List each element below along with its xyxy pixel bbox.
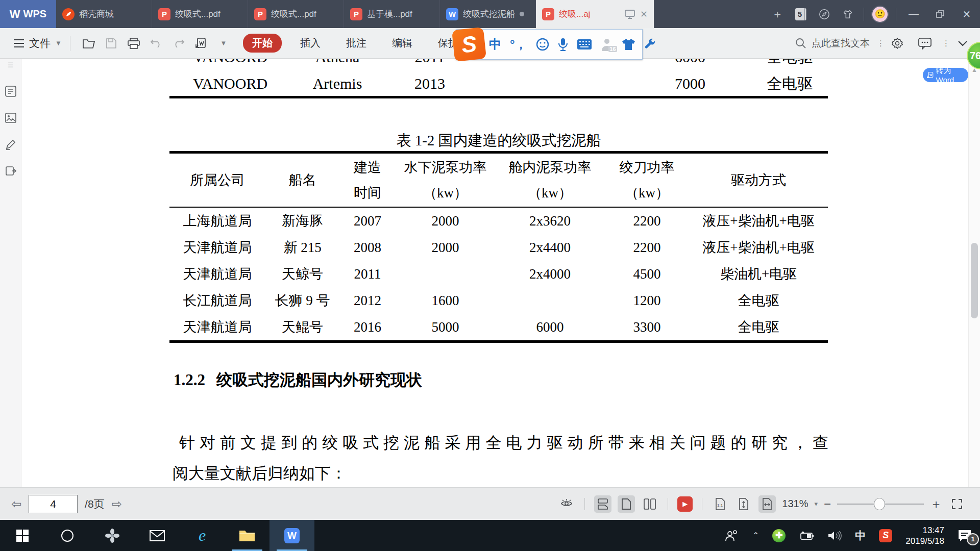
- table-cell: 1200: [605, 293, 689, 309]
- user-avatar[interactable]: 🙂: [871, 6, 889, 23]
- input-language-indicator[interactable]: 中: [855, 529, 866, 543]
- login-person-icon[interactable]: 16: [601, 38, 613, 51]
- word-file-icon: W: [446, 8, 458, 20]
- print-button[interactable]: [124, 33, 144, 54]
- scrollbar-thumb[interactable]: [971, 243, 978, 318]
- ribbon-tab-1[interactable]: 插入: [293, 34, 328, 53]
- zoom-slider[interactable]: [837, 504, 924, 505]
- document-tab-0[interactable]: 稻壳商城: [56, 0, 152, 28]
- ribbon-tab-3[interactable]: 编辑: [385, 34, 420, 53]
- zoom-slider-knob[interactable]: [874, 498, 885, 510]
- redo-button[interactable]: [168, 33, 189, 54]
- open-file-button[interactable]: [79, 33, 99, 54]
- table-cell: 2011: [339, 266, 396, 282]
- soft-keyboard-icon[interactable]: [577, 39, 592, 50]
- mail-app-icon[interactable]: [135, 520, 180, 551]
- cast-monitor-icon[interactable]: [625, 10, 635, 19]
- file-menu-button[interactable]: 文件 ▼: [13, 36, 62, 51]
- annotate-pen-icon[interactable]: [4, 138, 17, 151]
- table-cell: 1600: [396, 293, 495, 309]
- fit-page-button[interactable]: [735, 495, 752, 513]
- play-slideshow-button[interactable]: ▶: [677, 496, 693, 512]
- battery-power-icon[interactable]: [799, 531, 814, 540]
- outline-list-icon[interactable]: [4, 85, 17, 98]
- thumbnail-image-icon[interactable]: [4, 111, 17, 124]
- vertical-scrollbar[interactable]: ▲: [968, 59, 980, 487]
- close-tab-icon[interactable]: ✕: [640, 9, 648, 20]
- table-cell: 2x3620: [495, 213, 605, 229]
- document-tab-1[interactable]: P绞吸式...pdf: [152, 0, 248, 28]
- table-header-cell: 船名: [265, 171, 339, 189]
- document-page[interactable]: VANOORDAthena20116000全电驱 VANOORDArtemis2…: [21, 59, 968, 487]
- action-center-icon[interactable]: 1: [958, 529, 972, 542]
- punctuation-mode-icon[interactable]: °，: [510, 36, 527, 53]
- zoom-in-button[interactable]: ＋: [930, 496, 942, 512]
- speaker-volume-icon[interactable]: [827, 530, 842, 541]
- microphone-icon[interactable]: [558, 38, 568, 52]
- eye-protect-icon[interactable]: [558, 495, 575, 513]
- document-tab-3[interactable]: P基于模...pdf: [344, 0, 440, 28]
- table-row-partial: VANOORDAthena20116000全电驱: [169, 59, 828, 68]
- undo-button[interactable]: [146, 33, 166, 54]
- fit-width-button[interactable]: [758, 495, 776, 513]
- feedback-comment-icon[interactable]: [915, 33, 935, 54]
- system-clock[interactable]: 13:47 2019/5/18: [905, 525, 944, 546]
- export-share-icon[interactable]: [4, 164, 17, 178]
- file-explorer-icon[interactable]: [225, 520, 270, 551]
- docer-leaf-icon[interactable]: [813, 0, 836, 28]
- export-to-word-button[interactable]: [191, 33, 211, 54]
- find-text-button[interactable]: 点此查找文本: [795, 37, 870, 50]
- panel-handle-icon[interactable]: ☰: [8, 61, 14, 69]
- word-doc-icon: [927, 71, 934, 79]
- people-icon[interactable]: [725, 530, 739, 542]
- actual-size-button[interactable]: 1:1: [712, 495, 729, 513]
- input-mode-chinese[interactable]: 中: [489, 36, 501, 53]
- view-single-page-button[interactable]: [618, 495, 635, 513]
- internet-explorer-icon[interactable]: e: [180, 520, 225, 551]
- tray-expand-caret-icon[interactable]: ⌃: [752, 531, 759, 540]
- close-button[interactable]: ✕: [953, 0, 980, 28]
- view-two-page-button[interactable]: [641, 495, 658, 513]
- table-header-cell: 所属公司: [169, 171, 265, 189]
- settings-gear-icon[interactable]: [887, 33, 908, 54]
- skin-shirt-blue-icon[interactable]: [622, 38, 635, 51]
- pdf-file-icon: P: [350, 8, 362, 20]
- wps-menu-button[interactable]: W WPS: [0, 0, 56, 28]
- next-page-button[interactable]: ⇨: [112, 497, 122, 511]
- skin-shirt-icon[interactable]: [836, 0, 860, 28]
- wps-writer-taskbar-icon[interactable]: W: [270, 520, 314, 551]
- document-tab-5[interactable]: P绞吸...aj✕: [536, 0, 654, 28]
- previous-page-button[interactable]: ⇦: [11, 497, 21, 511]
- minimize-button[interactable]: —: [900, 0, 927, 28]
- table-cell: 6000: [495, 319, 605, 335]
- page-number-input[interactable]: [29, 495, 78, 513]
- sogou-logo-icon[interactable]: S: [452, 27, 486, 62]
- emoji-smiley-icon[interactable]: [536, 38, 549, 51]
- zoom-dropdown-caret[interactable]: ▾: [814, 500, 818, 508]
- start-button[interactable]: [0, 520, 45, 551]
- ribbon-tab-2[interactable]: 批注: [339, 34, 374, 53]
- ribbon-tab-0[interactable]: 开始: [243, 34, 282, 53]
- cortana-search-icon[interactable]: [45, 520, 90, 551]
- restore-button[interactable]: [927, 0, 953, 28]
- tab-count-badge[interactable]: 5: [795, 8, 806, 20]
- new-tab-button[interactable]: ＋: [766, 0, 789, 28]
- more-options-icon[interactable]: ⋮: [942, 42, 945, 44]
- 360-safety-icon[interactable]: ✚: [772, 529, 786, 542]
- fullscreen-button[interactable]: [948, 495, 966, 513]
- table-cell: 新 215: [265, 238, 339, 257]
- view-continuous-button[interactable]: [594, 495, 611, 513]
- toolbar-more-chevron-icon[interactable]: ▼: [213, 33, 234, 54]
- paragraph-line: 针对前文提到的绞吸式挖泥船采用全电力驱动所带来相关问题的研究，查: [179, 428, 828, 458]
- convert-to-word-button[interactable]: 转为Word: [923, 68, 968, 82]
- windows-taskbar: e W ⌃ ✚ 中 S 13:47 2019: [0, 520, 980, 551]
- zoom-out-button[interactable]: −: [824, 497, 831, 511]
- zoom-percent-label[interactable]: 131%: [782, 498, 808, 510]
- document-tab-2[interactable]: P绞吸式...pdf: [248, 0, 344, 28]
- sogou-tray-icon[interactable]: S: [879, 529, 892, 542]
- wrench-tools-icon[interactable]: [644, 38, 656, 51]
- table-cell: 天津航道局: [169, 265, 265, 283]
- document-tab-4[interactable]: W绞吸式挖泥船: [440, 0, 536, 28]
- pinwheel-app-icon[interactable]: [90, 520, 135, 551]
- save-button[interactable]: [101, 33, 121, 54]
